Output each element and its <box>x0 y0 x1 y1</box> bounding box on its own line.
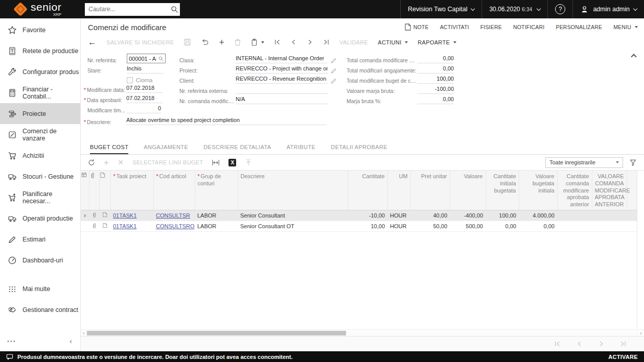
ciorna-checkbox[interactable] <box>127 77 133 83</box>
menu-button[interactable]: MENIU <box>613 24 638 30</box>
sidebar-item-financiar-contabil[interactable]: Financiar - Contabil... <box>0 82 80 103</box>
tab-descriere-detaliata[interactable]: DESCRIERE DETALIATA <box>203 140 271 154</box>
upload-button[interactable] <box>245 159 252 166</box>
nr-referinta-field[interactable]: 000001 - All <box>127 54 166 63</box>
files-button[interactable]: FISIERE <box>480 24 502 30</box>
nr-referinta-externa-field[interactable] <box>236 86 328 94</box>
records-filter-select[interactable]: Toate inregistrarile <box>545 157 623 168</box>
sidebar-item-stocuri-gestiune[interactable]: Stocuri - Gestiune <box>0 166 80 187</box>
modificare-data-field[interactable]: 07.02.2018 <box>126 85 163 93</box>
column-header-grup-de-conturi[interactable]: *Grup de conturi <box>195 171 238 210</box>
scroll-left-icon[interactable]: ‹ <box>81 330 87 336</box>
help-button[interactable]: ? <box>547 0 572 18</box>
sidebar-item-operatii-productie[interactable]: Operatii productie <box>0 208 80 229</box>
edit-pencil-icon[interactable] <box>331 57 337 63</box>
column-header-cantitate-initiala[interactable]: Cantitate initiala bugetata <box>486 171 519 210</box>
horizontal-scrollbar[interactable]: ‹ › <box>81 329 644 336</box>
edit-pencil-icon[interactable] <box>331 67 337 74</box>
column-header-cantitate-anterior[interactable]: Cantitate comanda modificare aprobata an… <box>557 171 592 210</box>
cantitate-cell[interactable]: -10,00 <box>348 210 387 221</box>
business-date-selector[interactable]: 30.06.2020 6:34 <box>481 0 547 18</box>
refresh-button[interactable] <box>88 159 95 166</box>
column-header-um[interactable]: UM <box>387 171 410 210</box>
sidebar-item-estimari[interactable]: Estimari <box>0 229 80 250</box>
go-first-button[interactable] <box>274 39 281 45</box>
column-header-pret-unitar[interactable]: Pret unitar <box>410 171 450 210</box>
um-cell[interactable]: HOUR <box>387 221 410 231</box>
scroll-right-icon[interactable]: › <box>638 330 644 336</box>
save-button[interactable] <box>183 38 191 46</box>
column-header-descriere[interactable]: Descriere <box>238 171 348 210</box>
add-record-button[interactable]: + <box>219 38 224 47</box>
um-cell[interactable]: HOUR <box>387 210 410 221</box>
table-row[interactable]: › 01TASK1 CONSULTSR LABOR Senior Consult… <box>81 210 637 221</box>
user-menu[interactable]: admin admin <box>572 0 644 18</box>
global-search[interactable] <box>85 3 180 16</box>
lookup-icon[interactable] <box>158 56 164 61</box>
column-header-valoare[interactable]: Valoare <box>450 171 486 210</box>
valoare-initiala-cell[interactable]: 4.000,00 <box>519 210 557 221</box>
go-prev-button[interactable] <box>290 39 297 45</box>
modificare-tim-field[interactable]: 0 <box>127 105 161 113</box>
sidebar-item-retete-de-productie[interactable]: $ Retete de productie <box>0 40 80 61</box>
sidebar-item-planificare-necesar[interactable]: Planificare necesar... <box>0 187 80 208</box>
export-excel-button[interactable]: X <box>228 159 236 166</box>
activate-button[interactable]: ACTIVARE <box>608 354 638 360</box>
page-last-button[interactable] <box>620 341 627 347</box>
go-last-button[interactable] <box>323 39 330 45</box>
add-row-button[interactable]: + <box>104 158 109 167</box>
sidebar-item-gestionare-contract[interactable]: Gestionare contract <box>0 299 80 320</box>
valoare-initiala-cell[interactable]: 0,00 <box>519 221 557 231</box>
descriere-field[interactable]: Allocate overtime to speed project compl… <box>126 117 327 125</box>
cantitate-anterior-cell[interactable] <box>557 221 592 231</box>
edit-pencil-icon[interactable] <box>331 78 337 84</box>
grup-conturi-cell[interactable]: LABOR <box>195 221 238 231</box>
customization-button[interactable]: PERSONALIZARE <box>556 24 602 30</box>
grup-conturi-cell[interactable]: LABOR <box>195 210 238 221</box>
proiect-field[interactable]: REVRECCO - Project with change orders <box>236 65 328 74</box>
sidebar-item-achizitii[interactable]: Achizitii <box>0 145 80 166</box>
sidebar-more-icon[interactable]: ••• <box>7 338 16 344</box>
validate-button[interactable]: VALIDARE <box>339 39 368 45</box>
grid-settings-header[interactable] <box>81 171 89 210</box>
cod-articol-link[interactable]: CONSULTSRO <box>156 223 195 229</box>
row-attachment-cell[interactable] <box>89 221 99 231</box>
cantitate-initiala-cell[interactable]: 100,00 <box>486 210 519 221</box>
task-proiect-link[interactable]: 01TASK1 <box>113 223 136 229</box>
descriere-cell[interactable]: Senior Consultant <box>238 210 348 221</box>
nr-comanda-modificare-field[interactable]: N/A <box>236 96 328 104</box>
actions-menu-button[interactable]: ACTIUNI <box>378 39 408 45</box>
attachments-column-header[interactable] <box>89 171 99 210</box>
reports-menu-button[interactable]: RAPOARTE <box>418 39 456 45</box>
column-header-cod-articol[interactable]: *Cod articol <box>153 171 195 210</box>
delete-row-button[interactable]: ✕ <box>118 159 124 166</box>
cantitate-anterior-cell[interactable] <box>557 210 592 221</box>
clasa-field[interactable]: INTERNAL - Internal Change Order <box>236 55 328 63</box>
task-proiect-link[interactable]: 01TASK1 <box>113 212 136 219</box>
sidebar-item-configurator-produs[interactable]: Configurator produs <box>0 61 80 82</box>
undo-button[interactable] <box>201 38 209 46</box>
collapse-form-icon[interactable] <box>631 54 636 59</box>
clipboard-menu-button[interactable] <box>251 38 264 46</box>
descriere-cell[interactable]: Senior Consultant OT <box>238 221 348 231</box>
sidebar-item-mai-multe[interactable]: Mai multe <box>0 278 80 299</box>
cod-articol-link[interactable]: CONSULTSR <box>156 212 190 219</box>
client-field[interactable]: REVRECCO - Revenue Recognition Co <box>236 76 328 84</box>
page-prev-button[interactable] <box>576 341 583 347</box>
sidebar-item-proiecte[interactable]: Proiecte <box>0 103 80 124</box>
sidebar-collapse-icon[interactable]: ‹ <box>70 336 72 345</box>
pret-unitar-cell[interactable]: 50,00 <box>410 221 450 231</box>
pret-unitar-cell[interactable]: 40,00 <box>410 210 450 221</box>
notifications-button[interactable]: NOTIFICARI <box>513 24 545 30</box>
tab-atribute[interactable]: ATRIBUTE <box>287 140 316 154</box>
sidebar-item-comenzi-de-vanzare[interactable]: Comenzi de vanzare <box>0 124 80 145</box>
tab-detalii-aprobare[interactable]: DETALII APROBARE <box>331 140 387 154</box>
tab-buget-cost[interactable]: BUGET COST <box>90 140 128 154</box>
go-next-button[interactable] <box>307 39 313 45</box>
activities-button[interactable]: ACTIVITATI <box>440 24 469 30</box>
column-header-task-proiect[interactable]: *Task proiect <box>110 171 153 210</box>
column-header-valoare-initiala[interactable]: Valoare bugetata initiala <box>519 171 557 210</box>
cantitate-initiala-cell[interactable]: 0,00 <box>486 221 519 231</box>
back-button[interactable]: ← <box>88 38 97 46</box>
sidebar-item-favorite[interactable]: Favorite <box>0 19 80 40</box>
